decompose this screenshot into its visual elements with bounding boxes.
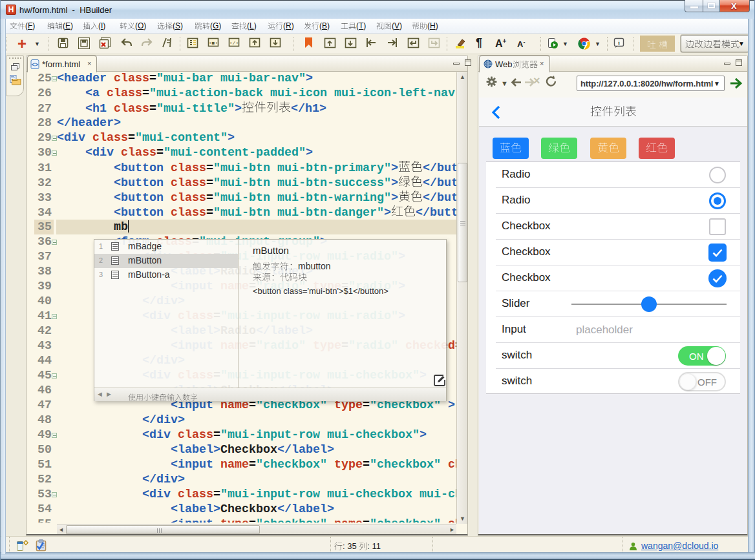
svg-text:‹■›: ‹■› bbox=[209, 40, 218, 46]
svg-text:<>: <> bbox=[32, 61, 39, 68]
svg-text:‹/›: ‹/› bbox=[229, 40, 239, 46]
